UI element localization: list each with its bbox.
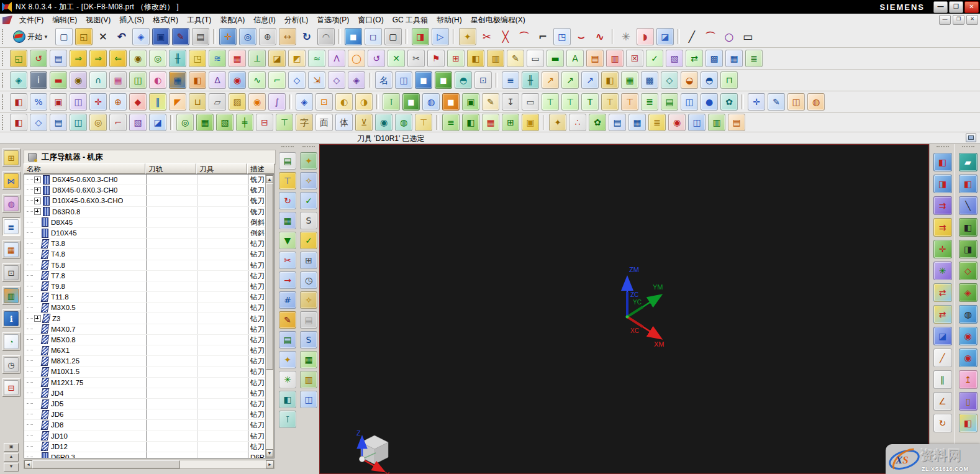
poly-cube-2-icon[interactable]: ◉ bbox=[959, 349, 978, 367]
sphere-spot-icon[interactable]: ◉ bbox=[248, 93, 266, 111]
chip-removal-icon[interactable]: ≋ bbox=[209, 50, 226, 67]
curvature-arch-icon[interactable]: ∩ bbox=[89, 71, 107, 89]
tool-library-icon[interactable]: ▥ bbox=[708, 114, 725, 131]
ring-gauge-icon[interactable]: ◯ bbox=[348, 50, 365, 67]
expand-icon[interactable] bbox=[34, 315, 41, 322]
tap-t1-icon[interactable]: ⊤ bbox=[542, 93, 559, 111]
doc-layers-icon[interactable]: ≣ bbox=[641, 93, 658, 111]
table-row-JD6[interactable]: JD6钻刀 bbox=[24, 409, 274, 420]
display-screen-icon[interactable]: ▰ bbox=[959, 153, 978, 171]
rectangle-sketch-icon[interactable]: ▭ bbox=[740, 29, 756, 45]
text-char-icon[interactable]: 字 bbox=[296, 114, 313, 131]
tree-vertical-scrollbar[interactable]: ▲ ▼ bbox=[265, 175, 274, 458]
wire-cube-2-icon[interactable]: ◇ bbox=[328, 71, 345, 89]
machining-time-icon[interactable]: ◷ bbox=[300, 271, 317, 289]
immediate-hide-icon[interactable]: ▷ bbox=[432, 28, 449, 45]
show-hide-icon[interactable]: ◨ bbox=[412, 28, 429, 45]
name-display-icon[interactable]: 名 bbox=[375, 71, 392, 89]
circle-sketch-icon[interactable]: ○ bbox=[721, 29, 737, 45]
sync-model-icon[interactable]: ↺ bbox=[30, 50, 47, 67]
bounded-box-icon[interactable]: ▯ bbox=[959, 392, 978, 411]
table-row-D6X45-0.6X0.3-CH0[interactable]: D6X45-0.6X0.3-CH0铣刀 bbox=[24, 175, 274, 185]
open-part-icon[interactable]: ◱ bbox=[75, 28, 93, 45]
inactive-tool-icon[interactable]: ▤ bbox=[300, 311, 317, 329]
shell-cube-icon[interactable]: ◓ bbox=[455, 71, 472, 89]
expand-icon[interactable] bbox=[34, 208, 41, 215]
catalog-red-icon[interactable]: ▥ bbox=[606, 50, 624, 67]
split-face-2-icon[interactable]: ⇄ bbox=[933, 305, 952, 324]
knife-edge-icon[interactable]: ✂ bbox=[407, 50, 425, 67]
sphere-blue-icon[interactable]: ● bbox=[701, 93, 718, 111]
make-offset-icon[interactable]: ↻ bbox=[933, 414, 952, 432]
corner-curve-icon[interactable]: ⌐ bbox=[535, 29, 551, 45]
ruler-check-icon[interactable]: ▬ bbox=[547, 50, 564, 67]
wireframe-view-icon[interactable]: ◻ bbox=[365, 28, 382, 45]
mill-area-icon[interactable]: ▦ bbox=[196, 114, 214, 131]
assembly-navigator-tab[interactable]: ⊞ bbox=[2, 148, 20, 167]
feeds-speeds-icon[interactable]: ✦ bbox=[300, 152, 317, 170]
dots-red-icon[interactable]: ∴ bbox=[569, 114, 586, 131]
color-edit-icon[interactable]: ◐ bbox=[149, 71, 166, 89]
search-object-icon[interactable]: ◎ bbox=[149, 50, 166, 67]
toolbar-drag-handle[interactable] bbox=[281, 146, 294, 150]
flag-note-icon[interactable]: ⚑ bbox=[427, 50, 445, 67]
shaded-view-icon[interactable]: ◼ bbox=[345, 28, 362, 45]
corner-find-icon[interactable]: ⌐ bbox=[109, 114, 127, 131]
table-row-M12X1.75[interactable]: M12X1.75钻刀 bbox=[24, 378, 274, 388]
table-row-M6X1[interactable]: M6X1钻刀 bbox=[24, 345, 274, 356]
table-row-JD4[interactable]: JD4钻刀 bbox=[24, 388, 274, 399]
roles-palette-tab[interactable]: ⊟ bbox=[2, 378, 20, 397]
cube-diagonal-icon[interactable]: ╲ bbox=[959, 196, 978, 215]
curvature-graph-icon[interactable]: ∿ bbox=[248, 71, 266, 89]
mill-volume-icon[interactable]: ◪ bbox=[149, 114, 166, 131]
catalog-orange-icon[interactable]: ▤ bbox=[586, 50, 604, 67]
display-window-icon[interactable]: ▢ bbox=[384, 28, 402, 45]
pattern-target-icon[interactable]: ✳ bbox=[279, 371, 296, 388]
create-tool-icon[interactable]: ⊤ bbox=[279, 172, 296, 189]
resource-scroll-down-button[interactable]: ▼ bbox=[4, 463, 19, 472]
loop-select-icon[interactable]: ↺ bbox=[368, 50, 385, 67]
history-palette-tab[interactable]: ◷ bbox=[2, 355, 20, 374]
table-row-Z3[interactable]: Z3钻刀 bbox=[24, 313, 274, 324]
drag-tool-icon[interactable]: ◇ bbox=[30, 114, 47, 131]
pad-feature-icon[interactable]: ▱ bbox=[209, 93, 226, 111]
blank-sheet-icon[interactable]: ▭ bbox=[527, 50, 544, 67]
table-row-D10X45[interactable]: D10X45倒斜 bbox=[24, 228, 274, 239]
tool-pencil-icon[interactable]: ⊤ bbox=[276, 114, 293, 131]
zoom-in-out-icon[interactable]: ⊕ bbox=[259, 28, 276, 45]
sheet-pair-icon[interactable]: ▧ bbox=[129, 114, 147, 131]
gear-tools-icon[interactable]: ✿ bbox=[720, 93, 738, 111]
table-row-T9.8[interactable]: T9.8钻刀 bbox=[24, 281, 274, 292]
diamond-green-2-icon[interactable]: ◈ bbox=[959, 283, 978, 302]
cube-solid-icon[interactable]: ◼ bbox=[415, 71, 432, 89]
generate-path-icon[interactable]: → bbox=[279, 271, 296, 289]
trim-sheet-icon[interactable]: ◳ bbox=[553, 28, 571, 45]
tool-doc-icon[interactable]: ▤ bbox=[279, 331, 296, 349]
frame-green-2-icon[interactable]: ◨ bbox=[959, 240, 978, 258]
dif-compare-icon[interactable]: ◧ bbox=[467, 50, 484, 67]
column-header-3[interactable]: 描述 bbox=[247, 163, 274, 174]
grid-editor-icon[interactable]: ▦ bbox=[725, 50, 743, 67]
column-header-2[interactable]: 刀具 bbox=[196, 163, 247, 174]
stack-cubes-icon[interactable]: ◧ bbox=[189, 71, 206, 89]
ball-mill-icon[interactable]: ◉ bbox=[375, 114, 392, 131]
fit-view-icon[interactable]: ✛ bbox=[219, 28, 237, 45]
menu-item-9[interactable]: 首选项(P) bbox=[312, 14, 353, 25]
create-program-icon[interactable]: ▤ bbox=[279, 152, 296, 170]
print-icon[interactable]: ▤ bbox=[192, 28, 209, 45]
prompt-window-icon[interactable] bbox=[966, 134, 976, 142]
cut-cylinder-icon[interactable]: ◍ bbox=[959, 305, 978, 324]
mirror-display-icon[interactable]: ◈ bbox=[132, 28, 150, 45]
table-row-T4.8[interactable]: T4.8钻刀 bbox=[24, 249, 274, 260]
arc-sketch-icon[interactable]: ⌒ bbox=[702, 29, 719, 45]
box-orange-icon[interactable]: ◼ bbox=[442, 93, 460, 111]
palette-edit-icon[interactable]: ◑ bbox=[355, 93, 373, 111]
section-analysis-icon[interactable]: ◫ bbox=[129, 71, 147, 89]
start-menu-button[interactable]: 开始 ▼ bbox=[10, 29, 52, 44]
tool-path-editor-icon[interactable]: ↻ bbox=[279, 192, 296, 209]
toolbar-drag-handle[interactable] bbox=[2, 29, 6, 44]
box-green-icon[interactable]: ▣ bbox=[462, 93, 479, 111]
body-select-icon[interactable]: 体 bbox=[335, 114, 353, 131]
table-row-T3.8[interactable]: T3.8钻刀 bbox=[24, 239, 274, 249]
pattern-check-icon[interactable]: ▦ bbox=[109, 71, 127, 89]
